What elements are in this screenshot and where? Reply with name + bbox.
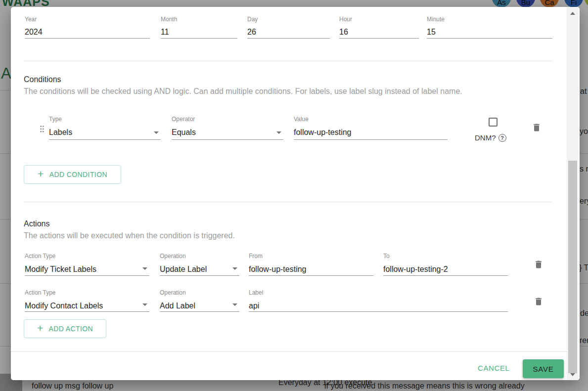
- condition-value-input[interactable]: Value follow-up-testing: [294, 116, 448, 140]
- drag-handle-icon[interactable]: [38, 124, 46, 134]
- condition-type-select[interactable]: Type Labels: [49, 116, 161, 140]
- field-value: Update Label: [160, 265, 207, 274]
- chevron-down-icon: [276, 131, 281, 134]
- scrollbar-thumb[interactable]: [568, 161, 577, 373]
- footer-divider: [11, 351, 567, 352]
- chevron-down-icon: [142, 304, 147, 306]
- field-value: Modify Ticket Labels: [25, 265, 96, 274]
- delete-condition-button[interactable]: [531, 122, 542, 134]
- actions-description: The actions will be executed when the co…: [24, 231, 235, 240]
- field-value: Add Label: [160, 302, 195, 310]
- scrollbar[interactable]: [567, 7, 579, 380]
- field-label: Operator: [172, 116, 195, 123]
- dnm-label-row: DNM? ?: [475, 133, 506, 142]
- field-label: Operation: [160, 289, 186, 296]
- action1-operation-select[interactable]: Operation Update Label: [160, 253, 239, 276]
- plus-icon: +: [37, 322, 44, 334]
- section-divider: [24, 61, 552, 61]
- scroll-up-icon[interactable]: [570, 12, 575, 15]
- year-field[interactable]: Year 2024: [25, 16, 150, 39]
- field-value: 26: [247, 28, 256, 37]
- field-label: Value: [294, 116, 309, 123]
- chevron-down-icon: [142, 267, 147, 270]
- trash-icon: [534, 296, 543, 307]
- chevron-down-icon: [232, 304, 237, 306]
- field-label: Hour: [339, 16, 352, 23]
- field-label: Action Type: [25, 253, 55, 260]
- conditions-title: Conditions: [24, 75, 61, 84]
- field-value: Labels: [49, 128, 72, 137]
- automation-edit-dialog: Year 2024 Month 11 Day 26 Hour 16 Minute…: [11, 7, 580, 380]
- field-label: Type: [49, 116, 62, 123]
- field-value: api: [249, 302, 259, 310]
- add-condition-label: ADD CONDITION: [49, 171, 107, 178]
- trash-icon: [532, 122, 542, 133]
- conditions-description: The conditions will be checked using AND…: [24, 87, 462, 96]
- field-label: Minute: [427, 16, 445, 23]
- add-action-label: ADD ACTION: [49, 325, 93, 333]
- field-value: 16: [339, 28, 348, 37]
- field-label: Label: [249, 289, 263, 296]
- action2-operation-select[interactable]: Operation Add Label: [160, 289, 239, 312]
- action1-to-input[interactable]: To follow-up-testing-2: [383, 253, 508, 276]
- cancel-button[interactable]: CANCEL: [478, 364, 509, 372]
- delete-action2-button[interactable]: [533, 296, 544, 308]
- day-field[interactable]: Day 26: [247, 16, 330, 39]
- chevron-down-icon: [232, 267, 237, 270]
- action1-from-input[interactable]: From follow-up-testing: [249, 253, 373, 276]
- field-label: Day: [247, 16, 258, 23]
- field-value: 11: [161, 28, 169, 37]
- condition-operator-select[interactable]: Operator Equals: [172, 116, 283, 140]
- field-value: follow-up-testing-2: [383, 265, 448, 274]
- field-value: follow-up-testing: [294, 128, 352, 137]
- action1-type-select[interactable]: Action Type Modify Ticket Labels: [25, 253, 149, 276]
- dnm-checkbox[interactable]: [489, 118, 498, 127]
- help-icon[interactable]: ?: [498, 134, 506, 142]
- section-divider: [24, 202, 552, 202]
- scroll-down-icon[interactable]: [570, 373, 575, 376]
- dnm-label: DNM?: [475, 133, 496, 142]
- screen: WAAPS As Bu Ca Fi Automation at you s n …: [0, 0, 588, 391]
- field-label: Year: [25, 16, 37, 23]
- field-label: Operation: [160, 253, 186, 260]
- add-condition-button[interactable]: + ADD CONDITION: [24, 165, 121, 184]
- field-label: Action Type: [25, 289, 55, 296]
- field-value: 2024: [25, 28, 43, 37]
- field-value: 15: [427, 28, 436, 37]
- month-field[interactable]: Month 11: [161, 16, 237, 39]
- add-action-button[interactable]: + ADD ACTION: [24, 319, 106, 338]
- save-button[interactable]: SAVE: [523, 359, 564, 378]
- field-label: To: [383, 253, 390, 260]
- hour-field[interactable]: Hour 16: [339, 16, 419, 39]
- actions-title: Actions: [24, 219, 49, 228]
- field-value: Equals: [172, 128, 196, 137]
- field-label: From: [249, 253, 263, 260]
- field-value: follow-up-testing: [249, 265, 307, 274]
- field-label: Month: [161, 16, 177, 23]
- field-value: Modify Contact Labels: [25, 302, 103, 310]
- delete-action1-button[interactable]: [533, 259, 544, 271]
- chevron-down-icon: [154, 131, 159, 134]
- plus-icon: +: [38, 168, 44, 180]
- minute-field[interactable]: Minute 15: [427, 16, 552, 39]
- action2-label-input[interactable]: Label api: [249, 289, 508, 312]
- trash-icon: [534, 259, 543, 270]
- action2-type-select[interactable]: Action Type Modify Contact Labels: [25, 289, 149, 312]
